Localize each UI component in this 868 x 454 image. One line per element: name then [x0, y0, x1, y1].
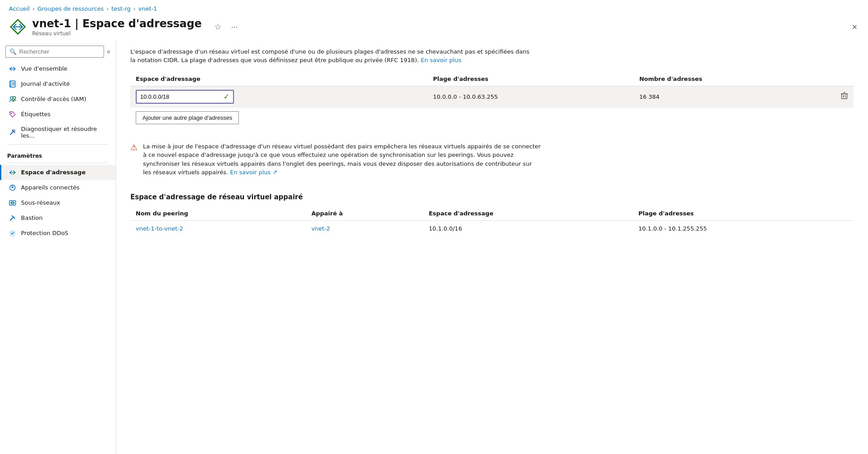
content-area: L'espace d'adressage d'un réseau virtuel…: [116, 40, 868, 454]
sidebar-label-ddos: Protection DDoS: [21, 230, 68, 236]
sidebar-item-espace-adressage[interactable]: Espace d'adressage: [0, 165, 116, 180]
iam-icon: [8, 95, 17, 103]
svg-point-14: [13, 130, 15, 132]
favorite-button[interactable]: ☆: [213, 20, 223, 34]
tag-icon: [8, 110, 17, 118]
peering-header-row: Nom du peering Appairé à Espace d'adress…: [130, 206, 854, 221]
sidebar-label-journal: Journal d'activité: [21, 80, 70, 87]
peering-to-cell: vnet-2: [306, 220, 423, 236]
sidebar-item-diagnostiquer[interactable]: Diagnostiquer et résoudre les...: [0, 122, 116, 143]
svg-point-9: [10, 97, 13, 99]
sidebar-divider-2: [7, 163, 108, 163]
peering-col-appaire: Appairé à: [306, 206, 423, 221]
sidebar-item-bastion[interactable]: Bastion: [0, 210, 116, 226]
breadcrumb-test-rg[interactable]: test-rg: [111, 5, 130, 12]
close-button[interactable]: ×: [850, 20, 859, 34]
cidr-input[interactable]: [140, 93, 220, 100]
sidebar-label-espace-adressage: Espace d'adressage: [21, 169, 86, 176]
sidebar-item-controle[interactable]: Contrôle d'accès (IAM): [0, 92, 116, 107]
journal-icon: [8, 80, 17, 88]
delete-cell[interactable]: [835, 86, 854, 107]
shield-icon: [8, 229, 17, 237]
sidebar-label-appareils: Appareils connectés: [21, 184, 79, 191]
table-header-row: Espace d'adressage Plage d'adresses Nomb…: [130, 72, 854, 86]
warning-icon: ⚠: [130, 143, 138, 177]
breadcrumb: Accueil › Groupes de ressources › test-r…: [0, 0, 868, 16]
address-space-table: Espace d'adressage Plage d'adresses Nomb…: [130, 72, 854, 108]
tools-icon: [8, 128, 17, 136]
warning-box: ⚠ La mise à jour de l'espace d'adressage…: [130, 137, 541, 182]
description-text: L'espace d'adressage d'un réseau virtuel…: [130, 47, 532, 65]
more-options-button[interactable]: ···: [230, 21, 240, 34]
device-icon: [8, 184, 17, 192]
description-link[interactable]: En savoir plus: [421, 57, 461, 63]
peering-table: Nom du peering Appairé à Espace d'adress…: [130, 206, 854, 236]
peering-col-nom: Nom du peering: [130, 206, 306, 221]
peering-section-title: Espace d'adressage de réseau virtuel app…: [130, 193, 854, 201]
main-layout: 🔍 « Vue d'ensemble Journal d'activité: [0, 40, 868, 454]
page-title: vnet-1 | Espace d'adressage: [32, 17, 202, 30]
peering-section: Espace d'adressage de réseau virtuel app…: [130, 193, 854, 236]
sidebar-item-vue-ensemble[interactable]: Vue d'ensemble: [0, 61, 116, 76]
col-header-plage: Plage d'adresses: [428, 72, 634, 86]
peering-col-plage: Plage d'adresses: [633, 206, 854, 221]
collapse-button[interactable]: «: [107, 48, 110, 55]
table-row: ✓ 10.0.0.0 - 10.0.63.255 16 384: [130, 86, 854, 107]
breadcrumb-vnet1[interactable]: vnet-1: [138, 5, 157, 12]
sidebar-section-parametres: Paramètres: [0, 147, 116, 161]
col-header-espace: Espace d'adressage: [130, 72, 428, 86]
svg-line-12: [10, 132, 13, 135]
search-icon: 🔍: [9, 48, 17, 55]
svg-line-20: [10, 218, 13, 220]
col-header-action: [835, 72, 854, 86]
search-wrap: 🔍 «: [0, 44, 116, 61]
address-space-table-section: Espace d'adressage Plage d'adresses Nomb…: [130, 72, 854, 128]
add-range-button[interactable]: Ajouter une autre plage d'adresses: [136, 111, 239, 124]
sidebar-label-vue-ensemble: Vue d'ensemble: [21, 65, 67, 72]
sidebar-item-sous-reseaux[interactable]: Sous-réseaux: [0, 195, 116, 210]
breadcrumb-accueil[interactable]: Accueil: [9, 5, 29, 12]
warning-link[interactable]: En savoir plus ↗: [230, 169, 277, 176]
app-container: Accueil › Groupes de ressources › test-r…: [0, 0, 868, 454]
sidebar-item-journal[interactable]: Journal d'activité: [0, 76, 116, 92]
count-cell: 16 384: [634, 86, 835, 107]
sidebar-label-diagnostiquer: Diagnostiquer et résoudre les...: [21, 126, 110, 139]
sidebar-label-sous-reseaux: Sous-réseaux: [21, 199, 60, 206]
sidebar-divider: [7, 144, 108, 145]
sidebar-item-etiquettes[interactable]: Étiquettes: [0, 107, 116, 122]
cidr-input-cell[interactable]: ✓: [136, 90, 234, 104]
peering-name-cell: vnet-1-to-vnet-2: [130, 220, 306, 236]
peering-range-cell: 10.1.0.0 - 10.1.255.255: [633, 220, 854, 236]
sidebar-label-etiquettes: Étiquettes: [21, 111, 50, 118]
peering-name-link[interactable]: vnet-1-to-vnet-2: [136, 225, 183, 232]
title-block: vnet-1 | Espace d'adressage Réseau virtu…: [32, 17, 202, 37]
sidebar-item-appareils[interactable]: Appareils connectés: [0, 180, 116, 195]
page-header: vnet-1 | Espace d'adressage Réseau virtu…: [0, 16, 868, 37]
breadcrumb-groupes[interactable]: Groupes de ressources: [38, 5, 104, 12]
svg-rect-5: [10, 81, 12, 87]
search-input[interactable]: [19, 48, 100, 55]
sidebar-label-bastion: Bastion: [21, 214, 43, 221]
svg-rect-22: [842, 94, 847, 99]
vnet-icon: [9, 18, 27, 36]
delete-button[interactable]: [840, 92, 848, 101]
range-cell: 10.0.0.0 - 10.0.63.255: [428, 86, 634, 107]
svg-point-10: [13, 97, 16, 99]
peering-col-espace: Espace d'adressage: [423, 206, 633, 221]
cidr-cell[interactable]: ✓: [130, 86, 428, 107]
arrows-icon: [8, 65, 17, 73]
sidebar-label-controle: Contrôle d'accès (IAM): [21, 96, 86, 102]
svg-point-11: [11, 113, 12, 114]
page-subtitle: Réseau virtuel: [32, 30, 202, 37]
peering-to-link[interactable]: vnet-2: [311, 225, 330, 232]
warning-text: La mise à jour de l'espace d'adressage d…: [143, 142, 541, 177]
peering-space-cell: 10.1.0.0/16: [423, 220, 633, 236]
subnet-icon: [8, 199, 17, 207]
sidebar-item-ddos[interactable]: Protection DDoS: [0, 226, 116, 241]
search-box[interactable]: 🔍: [5, 46, 104, 58]
bastion-icon: [8, 214, 17, 222]
peering-table-row: vnet-1-to-vnet-2 vnet-2 10.1.0.0/16 10.1…: [130, 220, 854, 236]
sidebar: 🔍 « Vue d'ensemble Journal d'activité: [0, 40, 116, 454]
check-icon: ✓: [224, 92, 230, 101]
col-header-nombre: Nombre d'adresses: [634, 72, 835, 86]
